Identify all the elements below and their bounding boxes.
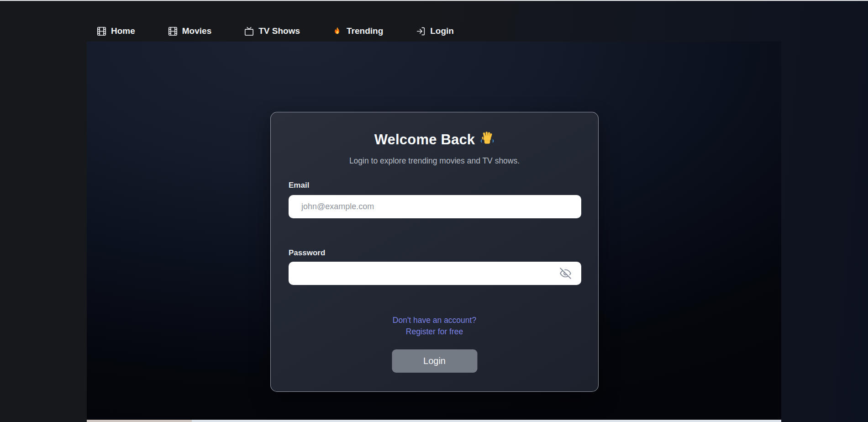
nav-item-login[interactable]: Login bbox=[416, 26, 454, 36]
tv-icon bbox=[244, 26, 254, 36]
password-field[interactable] bbox=[289, 262, 581, 285]
register-links: Don't have an account? Register for free bbox=[271, 315, 598, 338]
main-nav: Home Movies TV Shows bbox=[97, 25, 454, 37]
nav-label-movies: Movies bbox=[182, 26, 211, 36]
horizontal-scrollbar-thumb[interactable] bbox=[87, 420, 192, 422]
nav-label-tv-shows: TV Shows bbox=[258, 26, 300, 36]
nav-item-home[interactable]: Home bbox=[97, 26, 135, 36]
password-label: Password bbox=[289, 248, 325, 258]
email-label: Email bbox=[289, 181, 309, 190]
fire-icon bbox=[333, 26, 342, 36]
account-question: Don't have an account? bbox=[271, 315, 598, 326]
film-icon bbox=[97, 26, 106, 36]
register-link[interactable]: Register for free bbox=[406, 327, 463, 336]
card-subtitle: Login to explore trending movies and TV … bbox=[271, 156, 598, 166]
nav-label-home: Home bbox=[111, 26, 135, 36]
card-title: Welcome Back bbox=[271, 131, 598, 149]
nav-label-trending: Trending bbox=[347, 26, 383, 36]
eye-off-icon bbox=[559, 267, 572, 281]
waving-hand-icon bbox=[480, 131, 494, 149]
login-card: Welcome Back bbox=[270, 112, 599, 392]
password-visibility-toggle[interactable] bbox=[558, 268, 573, 280]
horizontal-scrollbar[interactable] bbox=[87, 420, 781, 422]
hero-background: Welcome Back bbox=[87, 42, 781, 422]
login-button[interactable]: Login bbox=[392, 349, 477, 373]
card-title-text: Welcome Back bbox=[374, 132, 475, 148]
nav-item-trending[interactable]: Trending bbox=[333, 26, 383, 36]
nav-item-tv-shows[interactable]: TV Shows bbox=[244, 26, 300, 36]
nav-label-login: Login bbox=[430, 26, 454, 36]
window-top-edge bbox=[0, 0, 868, 1]
email-field[interactable] bbox=[289, 195, 581, 218]
film-icon bbox=[168, 26, 178, 36]
login-icon bbox=[416, 26, 426, 36]
nav-item-movies[interactable]: Movies bbox=[168, 26, 211, 36]
